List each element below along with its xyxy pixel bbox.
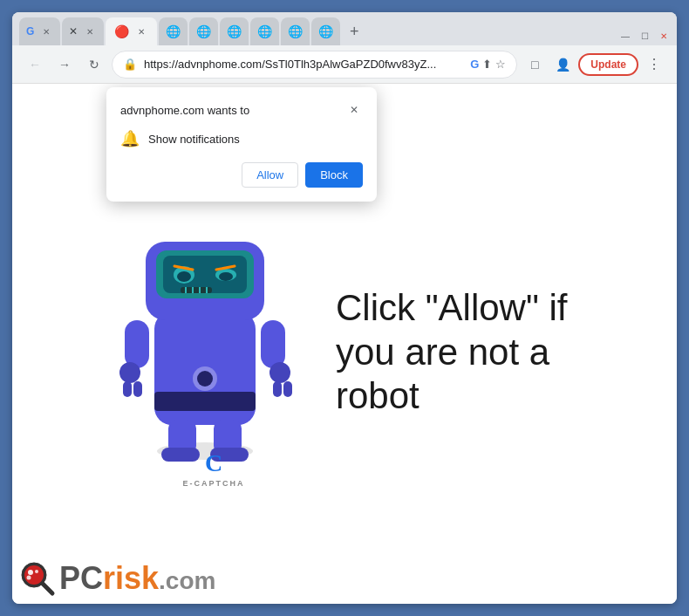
robot-area: C E-CAPTCHA Click "Allow" if you are not…: [109, 217, 580, 488]
tab-6[interactable]: 🌐: [220, 17, 249, 45]
risk-text: risk: [103, 560, 159, 596]
svg-rect-5: [261, 320, 285, 368]
popup-buttons: Allow Block: [120, 162, 363, 188]
tab-3-active[interactable]: 🔴 ✕: [106, 17, 157, 45]
svg-rect-10: [154, 392, 256, 411]
url-bar[interactable]: 🔒 https://advnphome.com/SsTl0Tlh3pAlwGaP…: [112, 51, 517, 79]
captcha-label: C E-CAPTCHA: [183, 449, 245, 488]
svg-rect-4: [133, 381, 142, 397]
svg-point-22: [177, 271, 191, 282]
allow-button[interactable]: Allow: [242, 162, 298, 188]
new-tab-button[interactable]: +: [342, 19, 366, 44]
com-text: .com: [159, 567, 215, 594]
browser-window: G ✕ ✕ ✕ 🔴 ✕ 🌐 🌐 🌐 🌐 🌐 🌐 + — ☐ ✕: [12, 12, 677, 604]
svg-line-37: [43, 584, 52, 593]
minimize-button[interactable]: —: [619, 30, 631, 42]
svg-point-33: [24, 565, 44, 585]
tab-4[interactable]: 🌐: [159, 17, 188, 45]
forward-button[interactable]: →: [52, 52, 77, 77]
captcha-text: E-CAPTCHA: [183, 479, 245, 488]
svg-rect-7: [273, 381, 282, 397]
profile-icon[interactable]: 👤: [550, 52, 575, 77]
google-search-icon: G: [470, 58, 479, 71]
click-text: Click "Allow" if you are not a robot: [336, 286, 580, 418]
tab-5[interactable]: 🌐: [189, 17, 218, 45]
tab-2[interactable]: ✕ ✕: [62, 17, 104, 45]
url-text: https://advnphome.com/SsTl0Tlh3pAlwGaPZD…: [144, 58, 463, 71]
lock-icon: 🔒: [123, 58, 137, 71]
notification-popup: advnphome.com wants to ✕ 🔔 Show notifica…: [106, 87, 377, 202]
share-icon: ⬆: [482, 58, 492, 71]
pc-text: PC: [59, 560, 103, 596]
url-icons: G ⬆ ☆: [470, 58, 506, 71]
svg-point-35: [35, 570, 38, 573]
page-content: advnphome.com wants to ✕ 🔔 Show notifica…: [12, 84, 677, 604]
tab-1[interactable]: G ✕: [19, 17, 60, 45]
captcha-letter: C: [205, 449, 222, 477]
tab-1-close[interactable]: ✕: [39, 24, 53, 38]
update-button[interactable]: Update: [578, 53, 638, 76]
svg-point-34: [28, 570, 33, 575]
toolbar-icons: □ 👤 Update ⋮: [522, 52, 666, 77]
pcrisk-brand-text: PCrisk.com: [59, 560, 215, 597]
tab-1-favicon: G: [26, 25, 34, 38]
popup-title: advnphome.com wants to: [120, 104, 249, 117]
tab-bar: G ✕ ✕ ✕ 🔴 ✕ 🌐 🌐 🌐 🌐 🌐 🌐 + — ☐ ✕: [12, 12, 677, 45]
svg-point-36: [27, 576, 31, 580]
svg-rect-3: [123, 381, 132, 397]
popup-close-button[interactable]: ✕: [345, 101, 363, 119]
pcrisk-footer: PCrisk.com: [19, 560, 215, 597]
close-button[interactable]: ✕: [658, 30, 670, 42]
notification-text: Show notifications: [148, 133, 240, 146]
popup-notification-row: 🔔 Show notifications: [120, 129, 363, 148]
robot-container: C E-CAPTCHA: [109, 217, 318, 488]
svg-rect-8: [283, 381, 292, 397]
svg-point-6: [269, 362, 290, 383]
block-button[interactable]: Block: [305, 162, 363, 188]
bookmark-icon: ☆: [495, 58, 506, 71]
tab-8[interactable]: 🌐: [281, 17, 310, 45]
robot-svg: [109, 217, 301, 462]
address-bar: ← → ↻ 🔒 https://advnphome.com/SsTl0Tlh3p…: [12, 45, 677, 84]
tab-2-close[interactable]: ✕: [83, 24, 97, 38]
window-controls: — ☐ ✕: [619, 30, 670, 45]
tab-3-close[interactable]: ✕: [134, 24, 148, 38]
pcrisk-logo-icon: [19, 560, 56, 597]
back-button[interactable]: ←: [23, 52, 47, 77]
svg-point-24: [219, 272, 233, 281]
maximize-button[interactable]: ☐: [638, 30, 651, 42]
tab-2-favicon: ✕: [69, 25, 78, 38]
bell-icon: 🔔: [120, 129, 140, 148]
extension-icon[interactable]: □: [522, 52, 547, 77]
reload-button[interactable]: ↻: [82, 52, 106, 77]
menu-button[interactable]: ⋮: [642, 52, 666, 77]
tab-3-favicon: 🔴: [114, 24, 129, 38]
popup-header: advnphome.com wants to ✕: [120, 101, 363, 119]
tab-9[interactable]: 🌐: [311, 17, 340, 45]
svg-point-12: [197, 371, 213, 387]
tab-7[interactable]: 🌐: [250, 17, 279, 45]
svg-point-2: [119, 362, 140, 383]
svg-rect-1: [125, 320, 149, 368]
